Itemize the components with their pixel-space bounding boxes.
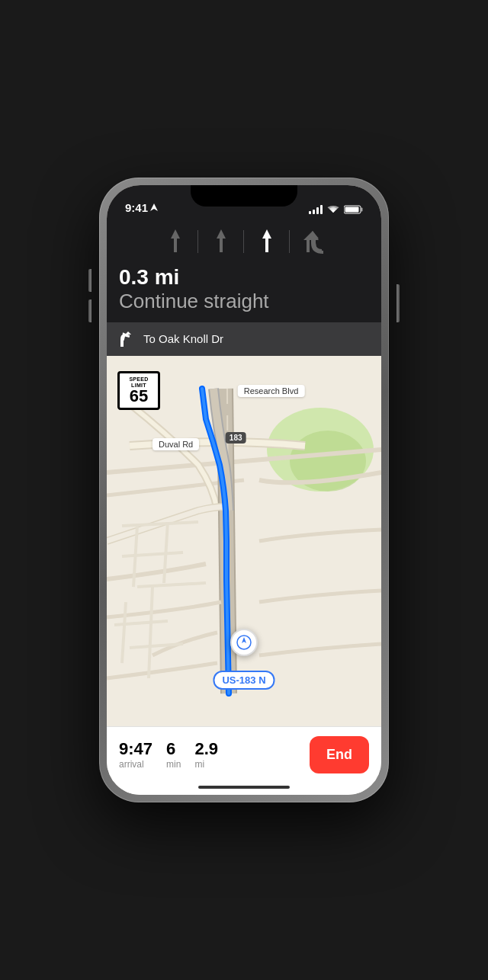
route-183-badge: 183 — [226, 432, 246, 444]
screen: 9:41 — [107, 185, 381, 795]
distance-label: mi — [194, 759, 204, 770]
wifi-icon — [327, 205, 339, 214]
nav-distance: 0.3 mi — [119, 266, 369, 290]
battery-icon — [344, 205, 363, 214]
highway-badge: US-183 N — [213, 671, 274, 690]
arrival-label: arrival — [119, 759, 144, 770]
distance-stat: 2.9 mi — [194, 740, 218, 769]
arrival-time-value: 9:47 — [119, 740, 152, 758]
arrival-stat: 9:47 arrival — [119, 740, 152, 769]
home-indicator — [198, 786, 290, 789]
lane-indicators — [119, 225, 369, 258]
lane-2 — [198, 228, 244, 255]
compass-icon — [236, 634, 252, 651]
map-area[interactable]: SPEEDLIMIT 65 Research Blvd Duval Rd 183 — [107, 356, 381, 726]
time-display: 9:41 — [125, 201, 148, 214]
volume-up-button[interactable] — [88, 269, 92, 292]
phone-screen: 9:41 — [107, 185, 381, 795]
nav-instruction: Continue straight — [119, 290, 369, 313]
speed-limit-sign: SPEEDLIMIT 65 — [117, 371, 160, 410]
lane-straight-icon-active — [256, 228, 278, 255]
volume-down-button[interactable] — [88, 299, 92, 322]
status-time: 9:41 — [125, 201, 158, 214]
power-button[interactable] — [396, 284, 400, 322]
lane-3 — [244, 228, 290, 255]
signal-strength-icon — [309, 205, 323, 214]
duval-rd-label: Duval Rd — [152, 438, 199, 450]
svg-rect-2 — [345, 207, 359, 213]
phone-frame: 9:41 — [99, 178, 389, 802]
duration-label: min — [166, 759, 181, 770]
sub-arrow-icon — [119, 330, 134, 348]
sub-instruction-bar: To Oak Knoll Dr — [107, 322, 381, 356]
location-arrow-icon — [150, 203, 158, 213]
lane-straight-icon-2 — [210, 228, 232, 255]
duration-stat: 6 min — [166, 740, 181, 769]
svg-rect-1 — [361, 208, 363, 212]
speed-limit-value: 65 — [124, 388, 153, 405]
end-button[interactable]: End — [310, 736, 369, 773]
lane-4 — [290, 228, 336, 255]
lane-straight-icon-1 — [165, 228, 186, 255]
bottom-bar: 9:47 arrival 6 min 2.9 mi End — [107, 726, 381, 795]
sub-instruction-text: To Oak Knoll Dr — [143, 332, 223, 345]
status-icons — [309, 205, 363, 214]
notch — [191, 185, 297, 207]
lane-right-icon — [299, 228, 326, 255]
research-blvd-label: Research Blvd — [238, 385, 305, 397]
distance-value: 2.9 — [194, 740, 218, 758]
location-indicator — [230, 629, 258, 656]
navigation-header: 0.3 mi Continue straight — [107, 219, 381, 322]
duration-value: 6 — [166, 740, 175, 758]
lane-1 — [152, 228, 198, 255]
